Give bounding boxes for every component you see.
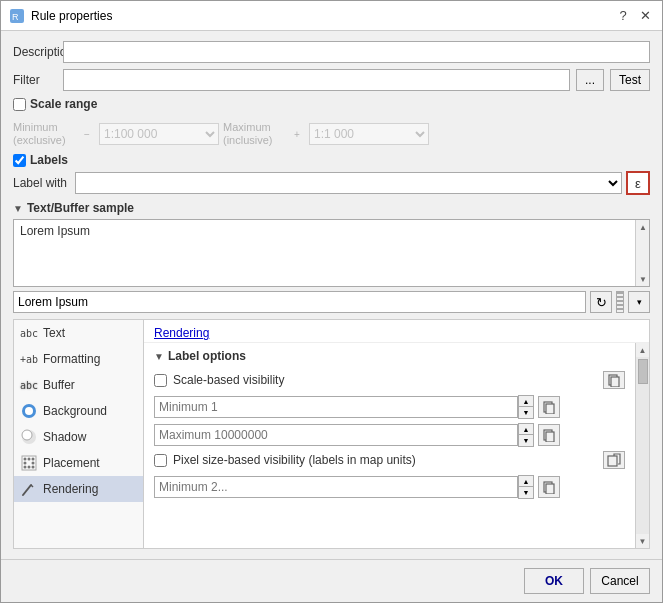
epsilon-button[interactable]: ε [626,171,650,195]
svg-point-14 [32,466,35,469]
rps-up-arrow-icon[interactable]: ▲ [636,343,650,357]
maximum-spinbox-container: ▲ ▼ [154,423,534,447]
preview-input[interactable] [13,291,586,313]
minimum-spin-down-button[interactable]: ▼ [519,407,533,418]
sample-text: Lorem Ipsum [20,224,90,238]
ok-button[interactable]: OK [524,568,584,594]
svg-point-13 [28,466,31,469]
scroll-up-icon[interactable]: ▲ [636,220,650,234]
sidebar-item-rendering[interactable]: Rendering [14,476,143,502]
svg-point-5 [22,430,32,440]
minimum-spin-buttons: ▲ ▼ [518,395,534,419]
titlebar-buttons: ? ✕ [614,7,654,25]
sidebar-label-shadow: Shadow [43,430,86,444]
scale-visibility-copy-button[interactable] [603,371,625,389]
pixel-visibility-label: Pixel size-based visibility (labels in m… [173,453,597,467]
right-panel-scrollbar: ▲ ▼ [635,343,649,548]
scale-range-checkbox[interactable] [13,98,26,111]
sidebar-item-text[interactable]: abc Text [14,320,143,346]
minimum2-spinbox[interactable] [154,476,518,498]
svg-point-3 [25,407,33,415]
rps-down-arrow-icon[interactable]: ▼ [636,534,650,548]
bottom-bar: OK Cancel [1,559,662,602]
refresh-icon: ↻ [596,295,607,310]
sidebar-item-formatting[interactable]: +ab Formatting [14,346,143,372]
collapse-arrow-icon: ▼ [13,203,23,214]
text-buffer-title: Text/Buffer sample [27,201,134,215]
text-buffer-header[interactable]: ▼ Text/Buffer sample [13,201,650,215]
maximum-icon: + [289,126,305,142]
filter-input[interactable] [63,69,570,91]
filter-dots-button[interactable]: ... [576,69,604,91]
description-label: Description [13,45,57,59]
sidebar-label-placement: Placement [43,456,100,470]
svg-rect-23 [608,456,617,466]
minimum-spin-up-button[interactable]: ▲ [519,396,533,407]
minimum-spinbox-row: ▲ ▼ [154,395,625,419]
shadow-icon [20,428,38,446]
svg-line-15 [23,485,31,495]
rps-thumb [638,359,648,384]
text-sample-content: Lorem Ipsum [14,220,649,242]
close-button[interactable]: ✕ [636,7,654,25]
maximum-select[interactable]: 1:1 000 [309,123,429,145]
scroll-down-icon[interactable]: ▼ [636,272,650,286]
maximum-spinbox[interactable] [154,424,518,446]
svg-point-8 [28,458,31,461]
filter-test-button[interactable]: Test [610,69,650,91]
preview-dropdown-button[interactable]: ▾ [628,291,650,313]
rule-properties-dialog: R Rule properties ? ✕ Description Filter… [0,0,663,603]
rendering-content: ▼ Label options Scale-based visibility [144,343,635,548]
main-panel: abc Text +ab Formatting abc Buffer Backg… [13,319,650,549]
minimum2-spin-up-button[interactable]: ▲ [519,476,533,487]
svg-point-7 [24,458,27,461]
label-options-title: Label options [168,349,246,363]
scale-visibility-row: Scale-based visibility [154,371,625,389]
text-icon: abc [20,324,38,342]
sidebar-item-placement[interactable]: Placement [14,450,143,476]
minimum-copy-button[interactable] [538,396,560,418]
maximum-spin-up-button[interactable]: ▲ [519,424,533,435]
right-panel-body: ▼ Label options Scale-based visibility [144,343,649,548]
maximum-copy-button[interactable] [538,424,560,446]
sidebar-label-buffer: Buffer [43,378,75,392]
description-input[interactable] [63,41,650,63]
minimum-spinbox[interactable] [154,396,518,418]
dialog-title: Rule properties [31,9,112,23]
label-with-select[interactable] [75,172,622,194]
minimum2-spin-down-button[interactable]: ▼ [519,487,533,498]
titlebar-left: R Rule properties [9,8,112,24]
sidebar-item-buffer[interactable]: abc Buffer [14,372,143,398]
rendering-link[interactable]: Rendering [154,326,209,340]
preview-handle [616,291,624,313]
minimum-icon: − [79,126,95,142]
maximum-spin-down-button[interactable]: ▼ [519,435,533,446]
minimum2-copy-button[interactable] [538,476,560,498]
rps-track [636,357,650,534]
pixel-visibility-checkbox[interactable] [154,454,167,467]
label-with-row: Label with ε [13,171,650,195]
minimum2-spinbox-container: ▲ ▼ [154,475,534,499]
maximum-spinbox-row: ▲ ▼ [154,423,625,447]
svg-rect-20 [546,404,554,414]
scale-visibility-label: Scale-based visibility [173,373,597,387]
pixel-visibility-copy-button[interactable] [603,451,625,469]
minimum2-spin-buttons: ▲ ▼ [518,475,534,499]
label-options-arrow-icon: ▼ [154,351,164,362]
minimum-select[interactable]: 1:100 000 [99,123,219,145]
cancel-button[interactable]: Cancel [590,568,650,594]
svg-rect-22 [546,432,554,442]
help-button[interactable]: ? [614,7,632,25]
labels-label: Labels [30,153,68,167]
filter-label: Filter [13,73,57,87]
dialog-content: Description Filter ... Test Scale range … [1,31,662,559]
labels-checkbox[interactable] [13,154,26,167]
scale-visibility-checkbox[interactable] [154,374,167,387]
minimum-spinbox-container: ▲ ▼ [154,395,534,419]
preview-refresh-button[interactable]: ↻ [590,291,612,313]
sidebar-item-shadow[interactable]: Shadow [14,424,143,450]
sidebar-item-background[interactable]: Background [14,398,143,424]
pixel-visibility-row: Pixel size-based visibility (labels in m… [154,451,625,469]
dialog-icon: R [9,8,25,24]
labels-checkbox-row: Labels [13,153,650,167]
